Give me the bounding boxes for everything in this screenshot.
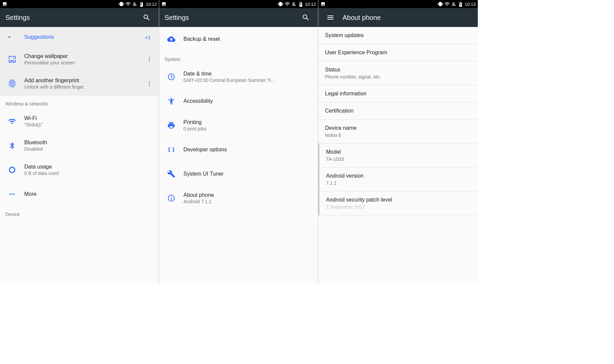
list-title: Developer options (183, 147, 313, 153)
svg-point-3 (149, 81, 150, 82)
status-bar: 75 10:12 (0, 0, 159, 8)
search-button[interactable] (140, 11, 153, 24)
suggestion-title: Change wallpaper (24, 53, 145, 59)
wrench-icon (165, 167, 178, 181)
image-icon (320, 1, 326, 7)
bluetooth-icon (5, 139, 19, 152)
section-system: System (159, 51, 318, 65)
vibrate-icon (119, 1, 124, 7)
vibrate-icon (278, 1, 283, 7)
more-button[interactable] (145, 80, 153, 88)
about-certification[interactable]: Certification (318, 102, 478, 120)
wallpaper-icon (5, 53, 19, 66)
wifi-icon (125, 1, 131, 7)
svg-point-0 (149, 57, 150, 58)
info-icon (165, 191, 178, 205)
status-bar: 74 10:13 (318, 0, 478, 8)
svg-point-8 (11, 193, 13, 195)
section-wireless: Wireless & networks (0, 96, 159, 109)
item-about-phone[interactable]: About phone Android 7.1.1 (159, 186, 318, 210)
more-horiz-icon (5, 187, 19, 201)
list-title: Printing (183, 119, 313, 125)
item-date-time[interactable]: Date & time GMT+02:00 Central European S… (159, 65, 318, 89)
suggestion-change-wallpaper[interactable]: Change wallpaper Personalise your screen (0, 47, 159, 71)
list-title: System UI Tuner (183, 171, 313, 177)
list-title: Accessibility (183, 98, 313, 104)
about-user-experience[interactable]: User Experience Program (318, 44, 478, 61)
list-title: Date & time (183, 71, 313, 77)
section-device: Device (0, 206, 159, 220)
no-sim-icon (132, 1, 138, 7)
item-printing[interactable]: Printing 0 print jobs (159, 113, 318, 138)
status-bar: 75 10:12 (159, 0, 318, 8)
suggestion-title: Add another fingerprint (24, 78, 145, 84)
developer-icon (165, 143, 178, 156)
search-icon (143, 13, 151, 22)
status-time: 10:12 (146, 2, 157, 7)
app-title: About phone (343, 14, 472, 22)
about-list[interactable]: System updates User Experience Program S… (318, 27, 478, 283)
app-bar: Settings (159, 8, 318, 27)
about-legal[interactable]: Legal information (318, 85, 478, 102)
image-icon (2, 1, 7, 7)
about-security-patch[interactable]: Android security patch level 1 September… (318, 191, 478, 215)
svg-point-9 (13, 193, 15, 195)
about-model[interactable]: Model TA-1033 (318, 144, 478, 168)
list-title: Bluetooth (24, 140, 153, 146)
suggestion-sub: Unlock with a different finger (24, 84, 145, 90)
app-bar: About phone (318, 8, 478, 27)
svg-point-1 (149, 59, 150, 60)
about-system-updates[interactable]: System updates (318, 27, 478, 44)
svg-point-6 (9, 167, 15, 173)
app-title: Settings (5, 14, 140, 22)
search-button[interactable] (299, 11, 313, 24)
settings-pane-2: 75 10:12 Settings Backup & reset System … (159, 0, 318, 283)
list-sub: Android 7.1.1 (183, 199, 313, 204)
suggestion-sub: Personalise your screen (24, 60, 145, 65)
list-sub: GMT+02:00 Central European Summer Ti… (183, 78, 313, 83)
item-data-usage[interactable]: Data usage 0 B of data used (0, 158, 159, 182)
svg-point-7 (9, 193, 11, 195)
printer-icon (165, 119, 178, 132)
battery-icon: 75 (139, 1, 144, 7)
item-backup-reset[interactable]: Backup & reset (159, 27, 318, 51)
item-system-ui-tuner[interactable]: System UI Tuner (159, 162, 318, 186)
svg-point-5 (149, 85, 150, 86)
list-title: Wi-Fi (24, 115, 153, 121)
suggestions-label: Suggestions (24, 34, 145, 40)
about-device-name[interactable]: Device name Nokia 6 (318, 120, 478, 144)
more-button[interactable] (145, 55, 153, 63)
image-icon (161, 1, 167, 7)
svg-point-2 (149, 61, 150, 62)
backup-icon (165, 32, 178, 46)
app-title: Settings (165, 14, 299, 22)
list-title: About phone (183, 192, 313, 198)
fingerprint-icon (5, 77, 19, 90)
suggestion-add-fingerprint[interactable]: Add another fingerprint Unlock with a di… (0, 71, 159, 96)
hamburger-icon (326, 13, 334, 22)
about-status[interactable]: Status Phone number, signal, etc. (318, 61, 478, 85)
data-usage-icon (5, 163, 19, 177)
wifi-icon (444, 1, 450, 7)
wifi-icon (5, 115, 19, 128)
item-wifi[interactable]: Wi-Fi "Ordulj1" (0, 109, 159, 133)
no-sim-icon (291, 1, 297, 7)
list-sub: Disabled (24, 146, 153, 152)
item-more[interactable]: More (0, 182, 159, 206)
about-android-version[interactable]: Android version 7.1.1 (318, 168, 478, 191)
battery-icon: 74 (458, 1, 463, 7)
no-sim-icon (451, 1, 457, 7)
suggestions-header[interactable]: Suggestions +1 (0, 27, 159, 47)
list-sub: 0 B of data used (24, 171, 153, 176)
about-phone-pane: 74 10:13 About phone System updates User… (318, 0, 478, 283)
svg-point-4 (149, 83, 150, 84)
list-title: More (24, 191, 153, 197)
item-bluetooth[interactable]: Bluetooth Disabled (0, 133, 159, 158)
item-developer-options[interactable]: Developer options (159, 138, 318, 162)
item-accessibility[interactable]: Accessibility (159, 89, 318, 113)
settings-pane-1: 75 10:12 Settings Suggestions +1 Change … (0, 0, 159, 283)
list-sub: 0 print jobs (183, 126, 313, 131)
menu-button[interactable] (324, 11, 337, 24)
wifi-icon (285, 1, 290, 7)
list-sub: "Ordulj1" (24, 122, 153, 127)
